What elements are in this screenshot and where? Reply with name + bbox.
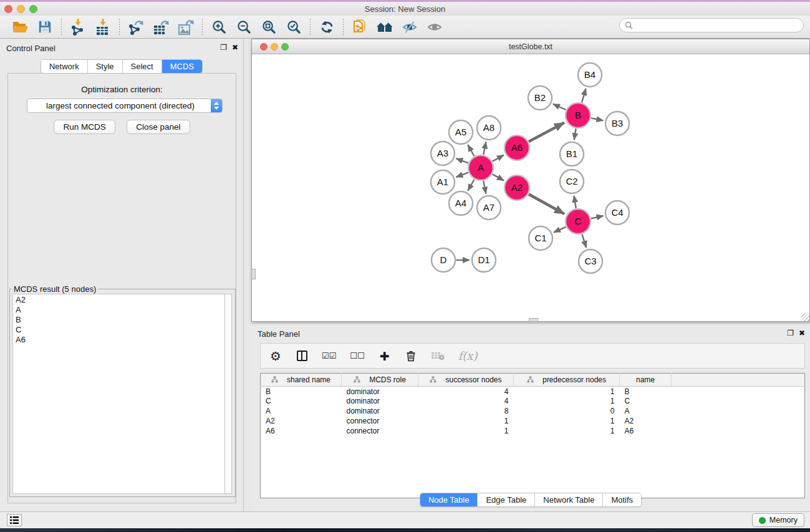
table-cell[interactable]: dominator <box>342 387 418 397</box>
table-cell[interactable]: A <box>620 406 672 416</box>
zoom-in-icon[interactable] <box>206 17 231 36</box>
graph-edge-A-A2[interactable] <box>493 174 504 180</box>
network-canvas[interactable]: B4B2BB3A8A5A6A3B1AC2A1A2A4A7C4CC1DD1C3 <box>252 54 809 321</box>
graph-edge-A-A4[interactable] <box>468 180 474 191</box>
table-cell[interactable]: 1 <box>514 396 620 406</box>
close-panel-button[interactable]: Close panel <box>127 120 190 134</box>
column-header-predecessor-nodes[interactable]: predecessor nodes <box>514 374 620 387</box>
table-cell[interactable]: connector <box>342 416 418 426</box>
close-panel-icon[interactable]: ✖ <box>232 43 238 52</box>
table-cell[interactable]: C <box>261 396 342 406</box>
table-row[interactable]: A6connector11A6 <box>261 426 805 436</box>
tab-motifs[interactable]: Motifs <box>602 493 641 506</box>
deselect-all-icon[interactable]: ☐☐ <box>350 349 364 364</box>
graph-edge-C-C2[interactable] <box>574 196 576 208</box>
graph-edge-A-A7[interactable] <box>483 181 486 193</box>
mcds-result-item[interactable]: C <box>16 325 222 335</box>
graph-edge-B-B1[interactable] <box>574 128 576 140</box>
mcds-result-item[interactable]: A2 <box>16 295 222 305</box>
mcds-result-item[interactable]: A <box>16 305 222 315</box>
table-cell[interactable]: dominator <box>342 396 418 406</box>
column-header-name[interactable]: name <box>620 374 672 387</box>
import-table-icon[interactable] <box>90 17 115 36</box>
graph-edge-C-C1[interactable] <box>554 227 566 233</box>
function-builder-icon[interactable]: f(x) <box>458 349 478 364</box>
search-input[interactable] <box>636 21 798 30</box>
table-row[interactable]: Cdominator41C <box>261 396 805 406</box>
graph-edge-C-C3[interactable] <box>582 235 586 248</box>
table-cell[interactable]: 0 <box>514 406 620 416</box>
table-cell[interactable]: 1 <box>418 416 514 426</box>
close-panel-icon[interactable]: ✖ <box>799 329 805 337</box>
zoom-fit-icon[interactable] <box>256 17 281 36</box>
graph-edge-C-C4[interactable] <box>591 216 604 218</box>
table-cell[interactable]: dominator <box>342 406 418 416</box>
table-cell[interactable]: 8 <box>418 406 514 416</box>
task-history-button[interactable] <box>7 514 22 526</box>
save-session-icon[interactable] <box>32 17 57 36</box>
hide-graphics-details-icon[interactable] <box>397 17 422 36</box>
column-header-MCDS-role[interactable]: MCDS role <box>342 374 418 387</box>
graph-edge-A2-C[interactable] <box>529 194 564 214</box>
table-cell[interactable]: B <box>261 387 342 397</box>
show-column-icon[interactable] <box>296 349 308 364</box>
table-cell[interactable]: A2 <box>620 416 672 426</box>
show-graphics-details-icon[interactable] <box>422 17 447 36</box>
new-network-from-file-icon[interactable] <box>347 17 372 36</box>
column-header-shared-name[interactable]: shared name <box>261 374 342 387</box>
graph-edge-A-A6[interactable] <box>493 155 504 162</box>
float-panel-icon[interactable]: ❐ <box>787 329 794 337</box>
resize-corner[interactable] <box>801 313 809 321</box>
column-header-successor-nodes[interactable]: successor nodes <box>418 374 514 387</box>
table-row[interactable]: A2connector11A2 <box>261 416 805 426</box>
table-row[interactable]: Bdominator41B <box>261 387 805 397</box>
table-cell[interactable]: A6 <box>620 426 672 436</box>
table-cell[interactable]: A2 <box>261 416 342 426</box>
delete-table-icon[interactable] <box>431 349 445 364</box>
optimization-select[interactable]: largest connected component (directed) <box>27 99 223 113</box>
tab-select[interactable]: Select <box>122 60 162 73</box>
export-table-icon[interactable] <box>148 17 173 36</box>
table-row[interactable]: Adominator80A <box>261 406 805 416</box>
float-panel-icon[interactable]: ❐ <box>220 43 227 52</box>
show-home-views-icon[interactable] <box>372 17 397 36</box>
table-cell[interactable]: C <box>620 396 672 406</box>
select-all-icon[interactable]: ☑☑ <box>322 349 336 364</box>
table-cell[interactable]: 1 <box>514 387 620 397</box>
zoom-out-icon[interactable] <box>231 17 256 36</box>
memory-button[interactable]: Memory <box>752 513 804 527</box>
tab-style[interactable]: Style <box>87 60 122 73</box>
zoom-selected-icon[interactable] <box>281 17 306 36</box>
import-network-icon[interactable] <box>65 17 90 36</box>
table-cell[interactable]: A6 <box>261 426 342 436</box>
graph-edge-A-A8[interactable] <box>483 142 486 155</box>
network-window-titlebar[interactable]: testGlobe.txt <box>252 39 809 54</box>
table-cell[interactable]: 1 <box>418 426 514 436</box>
table-cell[interactable]: 1 <box>514 416 620 426</box>
graph-edge-B-B2[interactable] <box>553 104 566 110</box>
run-mcds-button[interactable]: Run MCDS <box>54 120 115 134</box>
graph-edge-B-B3[interactable] <box>591 118 603 120</box>
table-cell[interactable]: 4 <box>418 396 514 406</box>
graph-edge-A-A1[interactable] <box>456 173 468 177</box>
tab-edge-table[interactable]: Edge Table <box>477 493 534 506</box>
table-cell[interactable]: B <box>620 387 672 397</box>
scrollbar-track[interactable] <box>224 294 232 494</box>
tab-node-table[interactable]: Node Table <box>420 493 478 506</box>
table-cell[interactable]: connector <box>342 426 418 436</box>
graph-edge-B-B4[interactable] <box>582 89 586 102</box>
export-network-icon[interactable] <box>123 17 148 36</box>
splitter-grip[interactable] <box>529 318 538 322</box>
table-settings-icon[interactable]: ⚙ <box>269 349 282 364</box>
table-cell[interactable]: A <box>261 406 342 416</box>
tab-network-table[interactable]: Network Table <box>534 493 602 506</box>
mcds-result-item[interactable]: A6 <box>16 335 222 345</box>
export-image-icon[interactable] <box>173 17 198 36</box>
refresh-icon[interactable] <box>314 17 339 36</box>
open-session-icon[interactable] <box>7 17 32 36</box>
mcds-result-item[interactable]: B <box>16 315 222 325</box>
tab-network[interactable]: Network <box>41 60 87 73</box>
add-column-icon[interactable]: ✚ <box>378 349 391 364</box>
graph-edge-A-A5[interactable] <box>468 145 474 156</box>
table-cell[interactable]: 1 <box>514 426 620 436</box>
